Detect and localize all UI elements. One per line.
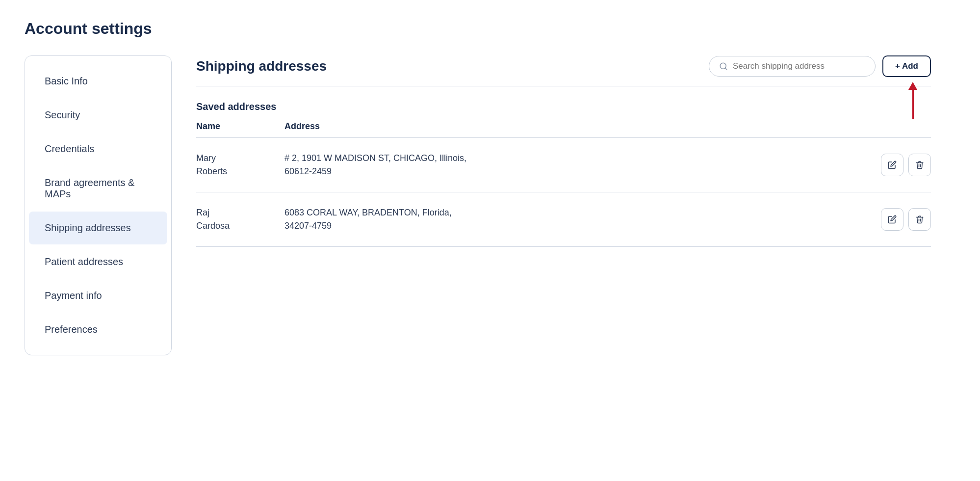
sidebar-item-brand-agreements[interactable]: Brand agreements & MAPs (29, 166, 167, 211)
sidebar-item-preferences[interactable]: Preferences (29, 313, 167, 346)
main-content: Shipping addresses + Add (172, 55, 955, 355)
trash-icon (915, 160, 924, 169)
address-row: RajCardosa 6083 CORAL WAY, BRADENTON, Fl… (196, 192, 931, 247)
row-actions-2 (872, 208, 931, 231)
search-input[interactable] (733, 61, 865, 71)
section-header: Shipping addresses + Add (196, 55, 931, 77)
search-icon (719, 62, 728, 71)
address-name-2: RajCardosa (196, 206, 284, 233)
search-box (709, 56, 876, 77)
sidebar-item-security[interactable]: Security (29, 99, 167, 132)
sidebar-item-payment-info[interactable]: Payment info (29, 279, 167, 312)
row-actions-1 (872, 154, 931, 176)
delete-button-2[interactable] (908, 208, 931, 231)
page-title: Account settings (25, 20, 955, 38)
address-row: MaryRoberts # 2, 1901 W MADISON ST, CHIC… (196, 138, 931, 192)
edit-icon (888, 160, 897, 169)
sidebar: Basic Info Security Credentials Brand ag… (25, 55, 172, 355)
col-header-actions (872, 121, 931, 132)
address-text-2: 6083 CORAL WAY, BRADENTON, Florida,34207… (284, 206, 872, 233)
edit-button-2[interactable] (881, 208, 903, 231)
header-actions: + Add (709, 55, 931, 77)
col-header-name: Name (196, 121, 284, 132)
svg-line-1 (725, 68, 726, 69)
sidebar-item-basic-info[interactable]: Basic Info (29, 65, 167, 98)
table-header: Name Address (196, 121, 931, 138)
section-divider (196, 86, 931, 86)
add-button[interactable]: + Add (882, 55, 931, 77)
sidebar-item-credentials[interactable]: Credentials (29, 133, 167, 165)
annotation-arrow (908, 82, 917, 119)
edit-icon (888, 215, 897, 224)
delete-button-1[interactable] (908, 154, 931, 176)
section-title: Shipping addresses (196, 58, 327, 74)
address-name-1: MaryRoberts (196, 152, 284, 178)
address-text-1: # 2, 1901 W MADISON ST, CHICAGO, Illinoi… (284, 152, 872, 178)
sidebar-item-shipping-addresses[interactable]: Shipping addresses (29, 212, 167, 244)
edit-button-1[interactable] (881, 154, 903, 176)
sidebar-item-patient-addresses[interactable]: Patient addresses (29, 245, 167, 278)
trash-icon (915, 215, 924, 224)
col-header-address: Address (284, 121, 872, 132)
saved-addresses-label: Saved addresses (196, 101, 931, 112)
